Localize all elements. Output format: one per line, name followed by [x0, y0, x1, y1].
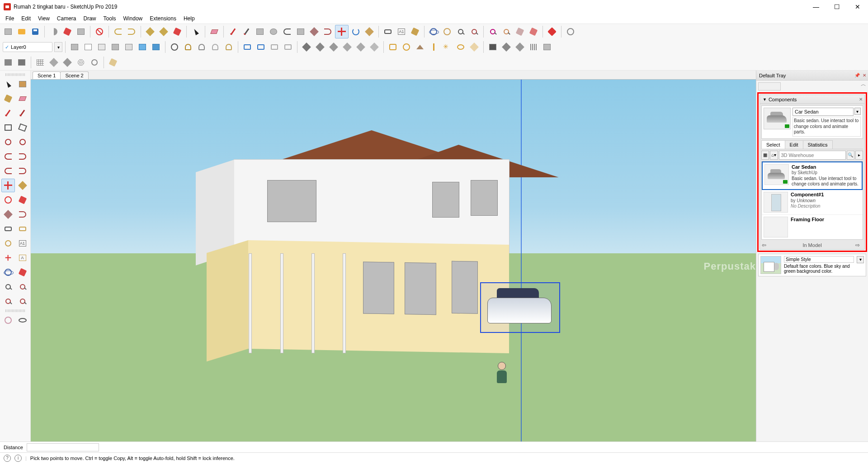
- sandbox-6-icon[interactable]: [75, 56, 87, 69]
- menu-extensions[interactable]: Extensions: [146, 14, 180, 23]
- component-name-input[interactable]: [793, 108, 854, 116]
- tray-collapse-icon[interactable]: ︿: [861, 81, 866, 88]
- rotate-tool[interactable]: [1, 193, 15, 207]
- paste-icon[interactable]: [75, 25, 87, 38]
- move-tool[interactable]: [1, 179, 15, 192]
- shadow-6-icon[interactable]: [454, 41, 467, 53]
- pushpull-tool[interactable]: [16, 179, 29, 192]
- camera-1-icon[interactable]: [486, 41, 499, 53]
- paint-icon[interactable]: [409, 25, 421, 38]
- tape-tool[interactable]: [1, 222, 15, 236]
- close-button[interactable]: ✕: [847, 0, 868, 14]
- eraser-icon[interactable]: [208, 25, 221, 38]
- protractor-tool[interactable]: [1, 237, 15, 250]
- section-plane-icon[interactable]: [168, 41, 181, 53]
- copy-icon[interactable]: [61, 25, 74, 38]
- camera-2-icon[interactable]: [500, 41, 513, 53]
- details-icon[interactable]: ▸: [855, 151, 863, 160]
- scale-tool[interactable]: [1, 208, 15, 221]
- prev-tool[interactable]: [1, 294, 15, 308]
- warehouse-search-input[interactable]: [779, 151, 846, 160]
- face-style-7-icon[interactable]: [150, 41, 162, 53]
- solid-union-icon[interactable]: [327, 41, 340, 53]
- rect-icon[interactable]: [254, 25, 266, 38]
- lasso-tool[interactable]: [16, 77, 29, 91]
- move-icon[interactable]: [335, 25, 349, 38]
- components-header[interactable]: ▼ Components ✕: [760, 95, 864, 104]
- section-display-icon[interactable]: [182, 41, 194, 53]
- sandbox-2-icon[interactable]: [15, 56, 28, 69]
- arc2-tool[interactable]: [16, 150, 29, 163]
- sandbox-7-icon[interactable]: [88, 56, 101, 69]
- new-icon[interactable]: [2, 25, 14, 38]
- text-icon[interactable]: A1: [395, 25, 408, 38]
- menu-draw[interactable]: Draw: [80, 14, 100, 23]
- tray-pin-icon[interactable]: 📌: [854, 73, 860, 78]
- draw-icon[interactable]: [240, 25, 253, 38]
- zoomext-icon[interactable]: [468, 25, 481, 38]
- open-icon[interactable]: [15, 25, 28, 38]
- list-item[interactable]: Framing Floor: [762, 215, 863, 239]
- shadow-3-icon[interactable]: [414, 41, 426, 53]
- nav-next-icon[interactable]: ⇨: [855, 242, 863, 248]
- pushpull-icon[interactable]: [308, 25, 321, 38]
- face-style-3-icon[interactable]: [95, 41, 108, 53]
- style-name[interactable]: Simple Style: [784, 256, 854, 263]
- poly-tool[interactable]: [16, 135, 29, 149]
- gems-icon[interactable]: [546, 25, 558, 38]
- zoom-tool[interactable]: [1, 280, 15, 294]
- scale-icon[interactable]: [363, 25, 376, 38]
- sandbox-8-icon[interactable]: [107, 56, 119, 69]
- shadow-1-icon[interactable]: [387, 41, 399, 53]
- offset-tool[interactable]: [16, 208, 29, 221]
- sandbox-4-icon[interactable]: [47, 56, 60, 69]
- shadow-7-icon[interactable]: [468, 41, 481, 53]
- walk-tool[interactable]: [16, 313, 29, 327]
- maximize-button[interactable]: ☐: [826, 0, 847, 14]
- menu-edit[interactable]: Edit: [18, 14, 34, 23]
- camera-3-icon[interactable]: [514, 41, 526, 53]
- minimize-button[interactable]: —: [806, 0, 826, 14]
- followme-tool[interactable]: [16, 193, 29, 207]
- toolbox-grip-2[interactable]: [5, 309, 25, 312]
- line-icon[interactable]: [226, 25, 239, 38]
- tape-icon[interactable]: [382, 25, 394, 38]
- undo-icon[interactable]: [112, 25, 124, 38]
- prev-icon[interactable]: [486, 25, 499, 38]
- 3dtext-tool[interactable]: A: [16, 251, 29, 265]
- rotrect-tool[interactable]: [16, 121, 29, 134]
- menu-view[interactable]: View: [34, 14, 53, 23]
- save-icon[interactable]: [29, 25, 42, 38]
- solid-split-icon[interactable]: [368, 41, 381, 53]
- tray-titlebar[interactable]: Default Tray 📌 ✕: [756, 71, 868, 81]
- camera-5-icon[interactable]: [541, 41, 553, 53]
- freehand-tool[interactable]: [16, 106, 29, 120]
- measurements-input[interactable]: [27, 443, 99, 451]
- select-icon[interactable]: [189, 25, 202, 38]
- next-tool[interactable]: [16, 294, 29, 308]
- sandbox-1-icon[interactable]: [2, 56, 14, 69]
- text-tool[interactable]: A1: [16, 237, 29, 250]
- pan-tool[interactable]: [16, 266, 29, 279]
- face-style-2-icon[interactable]: [82, 41, 94, 53]
- section-cut-icon[interactable]: [195, 41, 208, 53]
- erase-icon[interactable]: [93, 25, 106, 38]
- scene-tab-1[interactable]: Scene 1: [33, 71, 61, 79]
- sandbox-3-icon[interactable]: [34, 56, 47, 69]
- rect-tool[interactable]: [1, 121, 15, 134]
- dim-tool[interactable]: [16, 222, 29, 236]
- arc3-tool[interactable]: [1, 164, 15, 178]
- shadow-4-icon[interactable]: [427, 41, 440, 53]
- style-expand-toggle[interactable]: ▾: [857, 256, 864, 263]
- view-mode-icon[interactable]: ▦: [761, 151, 769, 160]
- redo-icon[interactable]: [125, 25, 138, 38]
- paint-tool[interactable]: [1, 92, 15, 105]
- model-icon[interactable]: [157, 25, 170, 38]
- warehouse-icon[interactable]: [171, 25, 184, 38]
- next-icon[interactable]: [500, 25, 513, 38]
- toolbox-grip[interactable]: [5, 73, 25, 76]
- axes-tool[interactable]: [1, 251, 15, 265]
- tab-select[interactable]: Select: [761, 140, 785, 149]
- eraser-tool[interactable]: [16, 92, 29, 105]
- cut-icon[interactable]: [47, 25, 60, 38]
